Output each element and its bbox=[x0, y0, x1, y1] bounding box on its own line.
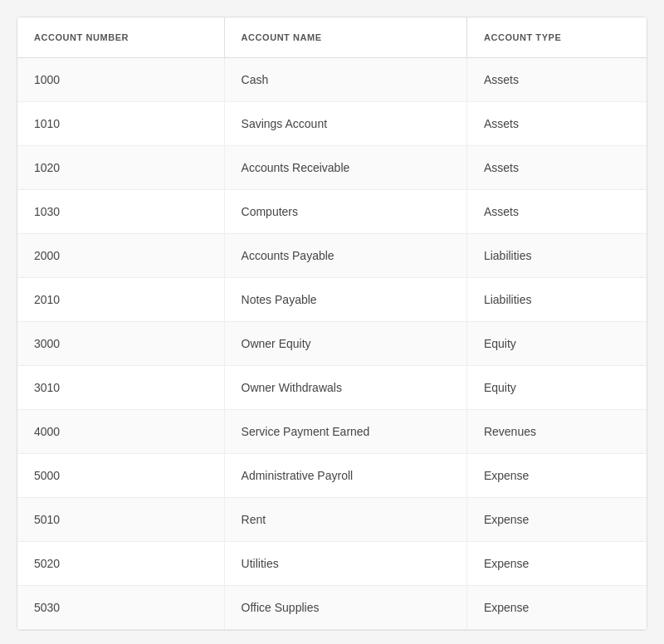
cell-account-type: Expense bbox=[466, 586, 647, 630]
cell-account-type: Equity bbox=[466, 366, 647, 410]
cell-account-type: Assets bbox=[466, 146, 647, 190]
cell-account-number: 3000 bbox=[17, 322, 224, 366]
cell-account-name: Rent bbox=[224, 498, 466, 542]
cell-account-number: 4000 bbox=[17, 410, 224, 454]
accounts-table: ACCOUNT NUMBER ACCOUNT NAME ACCOUNT TYPE… bbox=[17, 17, 647, 630]
cell-account-name: Accounts Receivable bbox=[224, 146, 466, 190]
table-row: 5000Administrative PayrollExpense bbox=[17, 454, 647, 498]
cell-account-name: Service Payment Earned bbox=[224, 410, 466, 454]
table-row: 5020UtilitiesExpense bbox=[17, 542, 647, 586]
cell-account-type: Expense bbox=[466, 542, 647, 586]
cell-account-type: Equity bbox=[466, 322, 647, 366]
cell-account-name: Owner Equity bbox=[224, 322, 466, 366]
cell-account-name: Notes Payable bbox=[224, 278, 466, 322]
header-account-type: ACCOUNT TYPE bbox=[466, 17, 647, 58]
cell-account-number: 1010 bbox=[17, 102, 224, 146]
cell-account-name: Cash bbox=[224, 58, 466, 102]
table-row: 2000Accounts PayableLiabilities bbox=[17, 234, 647, 278]
table-header-row: ACCOUNT NUMBER ACCOUNT NAME ACCOUNT TYPE bbox=[17, 17, 647, 58]
cell-account-number: 3010 bbox=[17, 366, 224, 410]
cell-account-type: Assets bbox=[466, 190, 647, 234]
table-row: 2010Notes PayableLiabilities bbox=[17, 278, 647, 322]
cell-account-name: Utilities bbox=[224, 542, 466, 586]
accounts-table-container: ACCOUNT NUMBER ACCOUNT NAME ACCOUNT TYPE… bbox=[17, 17, 647, 631]
table-body: 1000CashAssets1010Savings AccountAssets1… bbox=[17, 58, 647, 630]
cell-account-type: Revenues bbox=[466, 410, 647, 454]
cell-account-type: Expense bbox=[466, 454, 647, 498]
table-row: 5010RentExpense bbox=[17, 498, 647, 542]
cell-account-number: 1020 bbox=[17, 146, 224, 190]
cell-account-number: 5020 bbox=[17, 542, 224, 586]
cell-account-number: 2000 bbox=[17, 234, 224, 278]
table-row: 1000CashAssets bbox=[17, 58, 647, 102]
cell-account-name: Savings Account bbox=[224, 102, 466, 146]
cell-account-name: Computers bbox=[224, 190, 466, 234]
cell-account-number: 5010 bbox=[17, 498, 224, 542]
table-row: 5030Office SuppliesExpense bbox=[17, 586, 647, 630]
cell-account-type: Assets bbox=[466, 58, 647, 102]
table-row: 1010Savings AccountAssets bbox=[17, 102, 647, 146]
table-row: 1030ComputersAssets bbox=[17, 190, 647, 234]
table-row: 3000Owner EquityEquity bbox=[17, 322, 647, 366]
cell-account-number: 2010 bbox=[17, 278, 224, 322]
cell-account-number: 1000 bbox=[17, 58, 224, 102]
table-row: 3010Owner WithdrawalsEquity bbox=[17, 366, 647, 410]
header-account-number: ACCOUNT NUMBER bbox=[17, 17, 224, 58]
cell-account-name: Office Supplies bbox=[224, 586, 466, 630]
cell-account-type: Liabilities bbox=[466, 278, 647, 322]
cell-account-number: 1030 bbox=[17, 190, 224, 234]
cell-account-name: Owner Withdrawals bbox=[224, 366, 466, 410]
cell-account-name: Accounts Payable bbox=[224, 234, 466, 278]
cell-account-number: 5030 bbox=[17, 586, 224, 630]
cell-account-type: Liabilities bbox=[466, 234, 647, 278]
header-account-name: ACCOUNT NAME bbox=[224, 17, 466, 58]
cell-account-name: Administrative Payroll bbox=[224, 454, 466, 498]
table-row: 1020Accounts ReceivableAssets bbox=[17, 146, 647, 190]
table-row: 4000Service Payment EarnedRevenues bbox=[17, 410, 647, 454]
cell-account-type: Expense bbox=[466, 498, 647, 542]
cell-account-type: Assets bbox=[466, 102, 647, 146]
cell-account-number: 5000 bbox=[17, 454, 224, 498]
